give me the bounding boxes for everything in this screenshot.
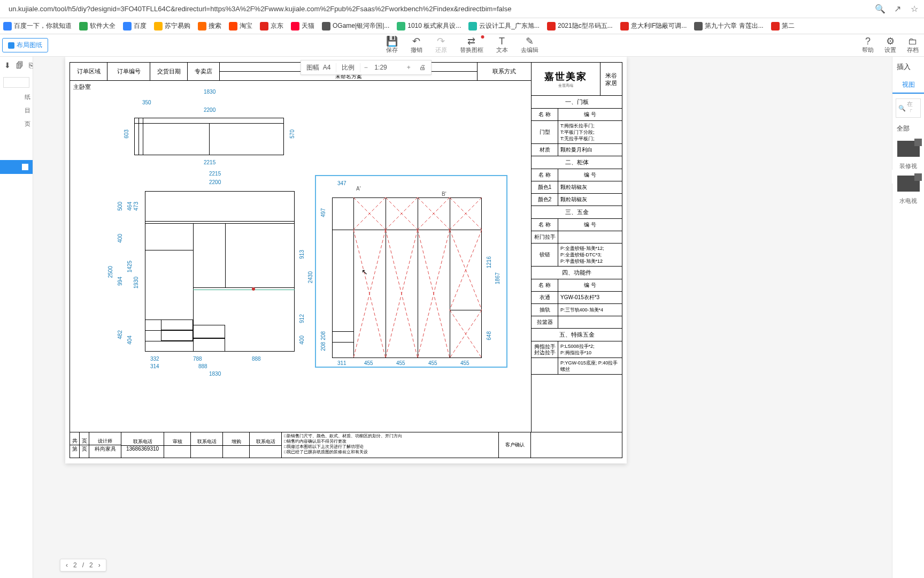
frame-label: 图幅 A4 — [301, 63, 336, 72]
app-toolbar: 布局图纸 💾保存 ↶撤销 ↷还原 ⇄替换图框 T文本 ✎去编辑 ?帮助 ⚙设置 … — [0, 34, 924, 57]
undo-icon: ↶ — [412, 36, 420, 46]
bookmark-item[interactable]: 第二 — [771, 21, 795, 31]
download-icon[interactable]: ⬇ — [4, 61, 11, 70]
drawing-sheet[interactable]: 订单区域 订单编号 交货日期 专卖店 终端名称 未命名方案 联系方式 嘉世美家全… — [65, 57, 627, 463]
ratio-label: 比例 — [336, 63, 360, 72]
settings-button[interactable]: ⚙设置 — [884, 36, 896, 54]
minus-button[interactable]: − — [360, 64, 371, 71]
print-button[interactable]: 🖨 — [414, 64, 431, 71]
left-sidebar: ⬇ 🗐 ⎘ 纸 目 页 — [0, 57, 33, 578]
bookmark-item[interactable]: 搜索 — [198, 21, 221, 31]
share-icon[interactable]: ↗ — [892, 4, 903, 14]
edit-icon: ✎ — [526, 36, 534, 46]
browser-url-bar: un.kujiale.com/tool/h5/diy?designid=3FO4… — [0, 0, 924, 18]
plus-button[interactable]: + — [403, 64, 414, 71]
bookmark-item[interactable]: 京东 — [260, 21, 283, 31]
scale-toolbar: 图幅 A4 比例 − 1:29 + 🖨 — [301, 60, 432, 75]
page-thumb-icon — [22, 164, 28, 170]
page-prev[interactable]: ‹ — [66, 561, 68, 569]
hdr-order-area: 订单区域 — [70, 63, 107, 80]
edit-button[interactable]: ✎去编辑 — [521, 36, 538, 54]
copy-icon[interactable]: ⎘ — [29, 61, 33, 70]
swap-icon: ⇄ — [467, 36, 475, 46]
hdr-contact: 联系方式 — [478, 63, 531, 80]
save-button[interactable]: 💾保存 — [386, 36, 398, 54]
hdr-delivery: 交货日期 — [150, 63, 188, 80]
search-input[interactable]: 🔍在「 — [896, 98, 921, 118]
layers-icon[interactable]: 🗐 — [16, 61, 24, 70]
text-icon: T — [499, 36, 505, 46]
room-label: 主卧室 — [73, 83, 91, 91]
text-button[interactable]: T文本 — [496, 36, 508, 54]
save-icon: 💾 — [386, 36, 398, 46]
pagination: ‹ 2 / 2 › — [60, 559, 106, 572]
archive-button[interactable]: 🗀存档 — [907, 36, 919, 54]
undo-button[interactable]: ↶撤销 — [411, 36, 422, 54]
redo-button[interactable]: ↷还原 — [435, 36, 447, 54]
hdr-store: 专卖店 — [188, 63, 220, 80]
hdr-order-no: 订单编号 — [107, 63, 150, 80]
sidebar-item[interactable]: 纸 — [0, 88, 33, 101]
category-all[interactable]: 全部 — [892, 122, 924, 135]
scale-value[interactable]: 1:29 — [371, 64, 403, 71]
bookmark-item[interactable]: 1010 板式家具设... — [397, 21, 461, 31]
bookmark-item[interactable]: 天猫 — [291, 21, 314, 31]
bottom-table: 共第 页页 设计师科尚家具 联系电话13686369310 审核 联系电话 增购… — [70, 432, 622, 458]
tab-view[interactable]: 视图 — [892, 77, 924, 94]
layout-drawing-button[interactable]: 布局图纸 — [2, 38, 48, 52]
bookmark-item[interactable]: 意大利IF隐蔽可调... — [620, 21, 687, 31]
sidebar-item[interactable]: 页 — [0, 115, 33, 128]
archive-icon: 🗀 — [908, 36, 918, 46]
thumb-plumbing[interactable] — [897, 176, 920, 192]
page-total: 2 — [89, 561, 93, 569]
right-panel: 插入 视图 🔍在「 全部 装修视 水电视 ▸ — [892, 57, 924, 578]
bookmark-item[interactable]: 百度 — [123, 21, 147, 31]
replace-frame-button[interactable]: ⇄替换图框 — [460, 36, 483, 54]
canvas[interactable]: 图幅 A4 比例 − 1:29 + 🖨 订单区域 订单编号 交货日期 专卖店 终… — [33, 57, 892, 578]
bookmark-item[interactable]: 云设计工具_广东旭... — [468, 21, 540, 31]
star-icon[interactable]: ☆ — [909, 4, 920, 14]
brand-box: 嘉世美家全屋高端 米谷家居 — [531, 63, 622, 96]
page-current: 2 — [73, 561, 77, 569]
dropdown[interactable] — [3, 77, 29, 88]
notification-dot — [481, 35, 484, 39]
front-view: 2215 2200 — [102, 175, 316, 368]
bookmark-item[interactable]: 软件大全 — [79, 21, 116, 31]
bookmark-item[interactable]: 百度一下，你就知道 — [3, 21, 72, 31]
help-button[interactable]: ?帮助 — [862, 36, 874, 54]
search-icon: 🔍 — [898, 105, 906, 112]
gear-icon: ⚙ — [886, 36, 895, 46]
url-text[interactable]: un.kujiale.com/tool/h5/diy?designid=3FO4… — [4, 3, 868, 15]
bookmark-item[interactable]: 第九十六章 青莲出... — [694, 21, 763, 31]
search-icon[interactable]: 🔍 — [875, 4, 886, 14]
top-view: 1830 350 2200 603 570 2215 — [134, 92, 295, 162]
drawing-frame: 订单区域 订单编号 交货日期 专卖店 终端名称 未命名方案 联系方式 嘉世美家全… — [70, 62, 622, 458]
door-view-selected[interactable]: 347 A' B' — [315, 175, 507, 368]
bookmark-item[interactable]: 苏宁易购 — [154, 21, 190, 31]
spec-table: 一、门板 名 称编 号 门型T:拇指长拉手门; T:平板门下分段; T:无拉手平… — [531, 96, 622, 432]
redo-icon: ↷ — [437, 36, 445, 46]
thumb-label: 装修视 — [892, 162, 924, 170]
help-icon: ? — [865, 36, 871, 46]
bookmark-item[interactable]: OGame|银河帝国|... — [322, 21, 389, 31]
thumb-decoration[interactable] — [897, 141, 920, 157]
bookmark-item[interactable]: 2021隐c型吊码五... — [547, 21, 613, 31]
sidebar-item-active[interactable] — [0, 160, 33, 174]
bookmark-item[interactable]: 淘宝 — [229, 21, 252, 31]
bookmark-bar: 百度一下，你就知道 软件大全 百度 苏宁易购 搜索 淘宝 京东 天猫 OGame… — [0, 18, 924, 34]
page-next[interactable]: › — [98, 561, 101, 569]
thumb-label: 水电视 — [892, 197, 924, 205]
panel-title: 插入 — [892, 57, 924, 77]
brand-name: 嘉世美家 — [544, 70, 587, 83]
sidebar-item[interactable]: 目 — [0, 101, 33, 115]
